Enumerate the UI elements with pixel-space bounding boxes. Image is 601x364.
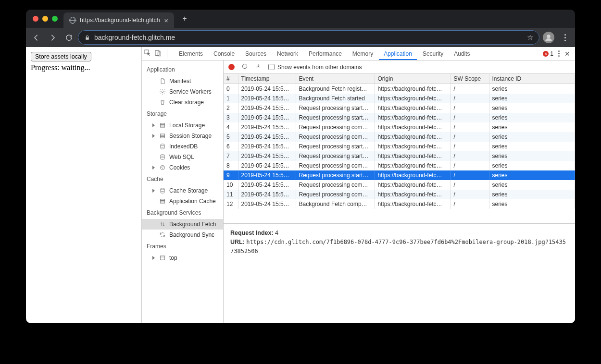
- cell-iid: series: [489, 190, 575, 199]
- col-timestamp[interactable]: Timestamp: [238, 74, 296, 84]
- devtools-tab-performance[interactable]: Performance: [304, 48, 347, 60]
- table-row[interactable]: 122019-05-24 15:5…Background Fetch comp……: [224, 199, 575, 209]
- table-row[interactable]: 112019-05-24 15:5…Request processing com…: [224, 190, 575, 199]
- sidebar-section-background-services: Background Services: [142, 206, 223, 219]
- request-index-label: Request Index:: [230, 230, 274, 236]
- cell-event: Background Fetch comp…: [296, 199, 375, 209]
- close-devtools-button[interactable]: ✕: [564, 50, 570, 58]
- cell-event: Request processing start…: [296, 103, 375, 113]
- download-button[interactable]: [255, 63, 262, 71]
- address-bar[interactable]: background-fetch.glitch.me ☆: [78, 30, 539, 45]
- close-window-button[interactable]: [33, 16, 38, 22]
- maximize-window-button[interactable]: [52, 16, 58, 22]
- col-swscope[interactable]: SW Scope: [451, 74, 489, 84]
- devtools-tab-audits[interactable]: Audits: [449, 48, 475, 60]
- show-other-domains-checkbox[interactable]: Show events from other domains: [268, 64, 362, 71]
- bookmark-star-icon[interactable]: ☆: [527, 33, 533, 42]
- svg-point-1: [547, 35, 550, 38]
- back-button[interactable]: [29, 30, 43, 45]
- sidebar-item-indexeddb[interactable]: IndexedDB: [142, 141, 223, 152]
- svg-rect-22: [160, 256, 164, 260]
- expand-icon: [152, 256, 155, 260]
- svg-point-16: [163, 167, 163, 167]
- browser-tab[interactable]: https://background-fetch.glitch ×: [63, 12, 174, 28]
- cell-scope: /: [451, 132, 489, 142]
- minimize-window-button[interactable]: [42, 16, 48, 22]
- clear-button[interactable]: [241, 63, 248, 71]
- devtools-tab-network[interactable]: Network: [272, 48, 303, 60]
- sidebar-item-session-storage[interactable]: Session Storage: [142, 131, 223, 141]
- cell-idx: 11: [224, 190, 238, 199]
- cell-event: Request processing com…: [296, 190, 375, 199]
- devtools-tab-console[interactable]: Console: [209, 48, 239, 60]
- forward-button[interactable]: [45, 30, 60, 45]
- device-toolbar-icon[interactable]: [154, 49, 162, 58]
- col-[interactable]: #: [224, 74, 238, 84]
- profile-button[interactable]: [541, 30, 556, 45]
- table-row[interactable]: 102019-05-24 15:5…Request processing com…: [224, 180, 575, 190]
- table-row[interactable]: 02019-05-24 15:5…Background Fetch regist…: [224, 84, 575, 94]
- db-icon: [159, 198, 166, 205]
- table-row[interactable]: 62019-05-24 15:5…Request processing star…: [224, 142, 575, 151]
- cell-event: Request processing start…: [296, 170, 375, 180]
- table-row[interactable]: 22019-05-24 15:5…Request processing star…: [224, 103, 575, 113]
- url-value: https://cdn.glitch.com/7f1b6896-078d-477…: [230, 239, 566, 255]
- sidebar-item-background-fetch[interactable]: Background Fetch: [142, 219, 223, 230]
- sidebar-section-cache: Cache: [142, 173, 223, 185]
- reload-button[interactable]: [62, 30, 76, 45]
- record-button[interactable]: [228, 64, 235, 70]
- col-event[interactable]: Event: [296, 74, 375, 84]
- close-tab-icon[interactable]: ×: [164, 16, 168, 24]
- table-row[interactable]: 12019-05-24 15:5…Background Fetch starte…: [224, 94, 575, 103]
- table-row[interactable]: 42019-05-24 15:5…Request processing com……: [224, 122, 575, 132]
- table-row[interactable]: 72019-05-24 15:5…Request processing star…: [224, 151, 575, 161]
- db-icon: [159, 122, 166, 129]
- table-row[interactable]: 32019-05-24 15:5…Request processing star…: [224, 113, 575, 122]
- svg-point-13: [161, 155, 164, 157]
- sidebar-item-label: Clear storage: [169, 99, 204, 106]
- sidebar-item-manifest[interactable]: Manifest: [142, 76, 223, 86]
- sidebar-item-local-storage[interactable]: Local Storage: [142, 120, 223, 131]
- sidebar-item-background-sync[interactable]: Background Sync: [142, 230, 223, 240]
- sidebar-item-cookies[interactable]: Cookies: [142, 162, 223, 173]
- cell-ts: 2019-05-24 15:5…: [238, 190, 296, 199]
- sidebar-item-clear-storage[interactable]: Clear storage: [142, 97, 223, 108]
- new-tab-button[interactable]: +: [179, 13, 190, 24]
- devtools-menu-button[interactable]: [558, 50, 560, 57]
- svg-rect-21: [160, 202, 164, 203]
- db-icon: [159, 133, 166, 139]
- svg-rect-9: [160, 134, 164, 135]
- sidebar-item-top[interactable]: top: [142, 253, 223, 263]
- sidebar-item-service-workers[interactable]: Service Workers: [142, 86, 223, 97]
- error-indicator[interactable]: × 1: [543, 50, 553, 57]
- devtools-tabstrip: ElementsConsoleSourcesNetworkPerformance…: [142, 47, 575, 61]
- gear-icon: [159, 88, 166, 95]
- devtools-tab-sources[interactable]: Sources: [240, 48, 271, 60]
- store-assets-button[interactable]: Store assets locally: [31, 52, 91, 61]
- cell-idx: 2: [224, 103, 238, 113]
- inspect-element-icon[interactable]: [144, 49, 151, 58]
- cell-idx: 12: [224, 199, 238, 209]
- devtools-tab-security[interactable]: Security: [418, 48, 448, 60]
- table-row[interactable]: 52019-05-24 15:5…Request processing com……: [224, 132, 575, 142]
- table-row[interactable]: 92019-05-24 15:5…Request processing star…: [224, 170, 575, 180]
- sidebar-item-label: Session Storage: [169, 133, 212, 139]
- cell-origin: https://background-fetc…: [375, 151, 451, 161]
- browser-menu-button[interactable]: [558, 30, 572, 45]
- show-other-domains-input[interactable]: [268, 64, 275, 70]
- sidebar-item-web-sql[interactable]: Web SQL: [142, 152, 223, 162]
- devtools-tab-application[interactable]: Application: [379, 48, 417, 60]
- cell-ts: 2019-05-24 15:5…: [238, 170, 296, 180]
- cell-iid: series: [489, 170, 575, 180]
- sidebar-item-cache-storage[interactable]: Cache Storage: [142, 185, 223, 196]
- trash-icon: [159, 99, 166, 106]
- col-instanceid[interactable]: Instance ID: [489, 74, 575, 84]
- col-origin[interactable]: Origin: [375, 74, 451, 84]
- bg-fetch-toolbar: Show events from other domains: [224, 61, 575, 74]
- devtools-tab-elements[interactable]: Elements: [174, 48, 208, 60]
- cell-event: Background Fetch regist…: [296, 84, 375, 94]
- devtools-tab-memory[interactable]: Memory: [348, 48, 378, 60]
- sidebar-item-application-cache[interactable]: Application Cache: [142, 196, 223, 206]
- table-row[interactable]: 82019-05-24 15:5…Request processing com……: [224, 161, 575, 170]
- url-text: background-fetch.glitch.me: [94, 34, 523, 41]
